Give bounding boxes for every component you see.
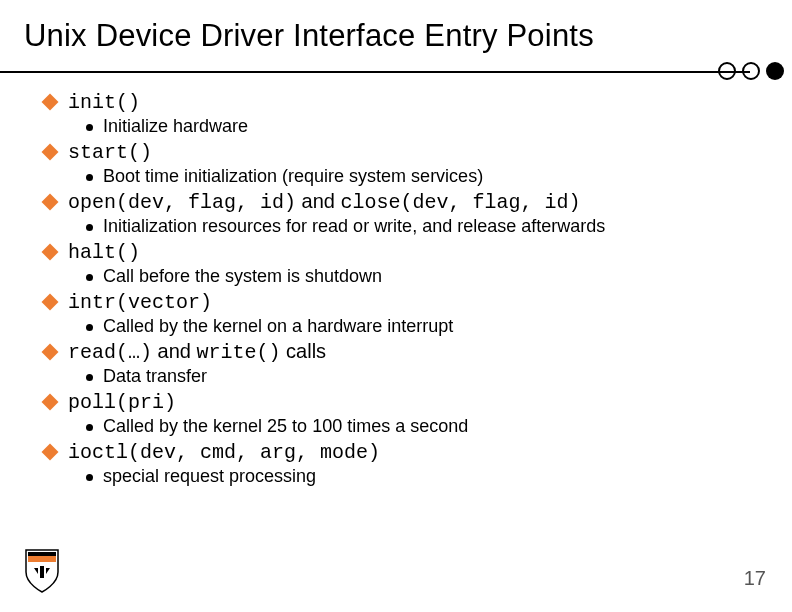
title-rule: [0, 62, 792, 82]
princeton-shield-icon: [24, 548, 60, 594]
disc-bullet-icon: [86, 324, 93, 331]
desc-text: Call before the system is shutdown: [103, 266, 382, 287]
disc-bullet-icon: [86, 424, 93, 431]
desc-text: Initialize hardware: [103, 116, 248, 137]
diamond-bullet-icon: [42, 194, 59, 211]
content-area: init() Initialize hardware start() Boot …: [0, 90, 792, 487]
desc-text: Called by the kernel on a hardware inter…: [103, 316, 453, 337]
svg-rect-1: [28, 552, 56, 556]
diamond-bullet-icon: [42, 294, 59, 311]
code-text: halt(): [68, 241, 140, 264]
code-text: ioctl(dev, cmd, arg, mode): [68, 441, 380, 464]
disc-bullet-icon: [86, 224, 93, 231]
desc-text: Called by the kernel 25 to 100 times a s…: [103, 416, 468, 437]
code-text: init(): [68, 91, 140, 114]
dot-outline-icon: [718, 62, 736, 80]
diamond-bullet-icon: [42, 444, 59, 461]
dot-filled-icon: [766, 62, 784, 80]
desc-text: Boot time initialization (require system…: [103, 166, 483, 187]
list-item: start() Boot time initialization (requir…: [40, 140, 732, 187]
disc-bullet-icon: [86, 124, 93, 131]
code-text: poll(pri): [68, 391, 176, 414]
list-item: read(…) and write() calls Data transfer: [40, 340, 732, 387]
list-item: halt() Call before the system is shutdow…: [40, 240, 732, 287]
rule-dots: [718, 62, 784, 80]
list-item: ioctl(dev, cmd, arg, mode) special reque…: [40, 440, 732, 487]
disc-bullet-icon: [86, 374, 93, 381]
list-item: poll(pri) Called by the kernel 25 to 100…: [40, 390, 732, 437]
disc-bullet-icon: [86, 174, 93, 181]
desc-text: Data transfer: [103, 366, 207, 387]
disc-bullet-icon: [86, 474, 93, 481]
disc-bullet-icon: [86, 274, 93, 281]
diamond-bullet-icon: [42, 244, 59, 261]
desc-text: special request processing: [103, 466, 316, 487]
slide-title: Unix Device Driver Interface Entry Point…: [0, 0, 792, 62]
list-item: init() Initialize hardware: [40, 90, 732, 137]
diamond-bullet-icon: [42, 94, 59, 111]
list-item: intr(vector) Called by the kernel on a h…: [40, 290, 732, 337]
code-text: read(…) and write() calls: [68, 340, 326, 364]
diamond-bullet-icon: [42, 344, 59, 361]
code-text: intr(vector): [68, 291, 212, 314]
svg-rect-2: [40, 566, 44, 578]
list-item: open(dev, flag, id) and close(dev, flag,…: [40, 190, 732, 237]
code-text: open(dev, flag, id) and close(dev, flag,…: [68, 190, 581, 214]
code-text: start(): [68, 141, 152, 164]
desc-text: Initialization resources for read or wri…: [103, 216, 605, 237]
diamond-bullet-icon: [42, 144, 59, 161]
rule-line: [0, 71, 750, 73]
page-number: 17: [744, 567, 766, 590]
dot-outline-icon: [742, 62, 760, 80]
diamond-bullet-icon: [42, 394, 59, 411]
